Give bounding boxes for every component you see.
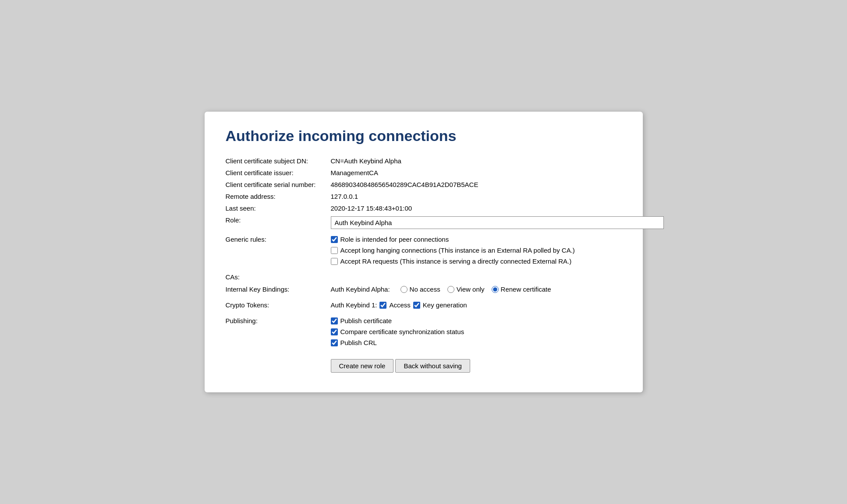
- cell-crypto-tokens: Auth Keybind 1: Access Key generation: [331, 295, 667, 311]
- cell-cas: [331, 267, 667, 283]
- value-last-seen: 2020-12-17 15:48:43+01:00: [331, 202, 667, 214]
- radio-item-view-only[interactable]: View only: [447, 285, 485, 293]
- radio-view-only[interactable]: [447, 286, 454, 293]
- value-remote-address: 127.0.0.1: [331, 190, 667, 202]
- checkbox-long-hanging[interactable]: [331, 247, 338, 254]
- crypto-token-item-label: Auth Keybind 1:: [331, 301, 377, 309]
- row-client-cert-subject-dn: Client certificate subject DN: CN=Auth K…: [226, 155, 667, 167]
- checkbox-ra-requests-label: Accept RA requests (This instance is ser…: [340, 257, 572, 265]
- back-without-saving-button[interactable]: Back without saving: [395, 359, 470, 373]
- row-generic-rules: Generic rules: Role is intended for peer…: [226, 231, 667, 267]
- row-remote-address: Remote address: 127.0.0.1: [226, 190, 667, 202]
- label-last-seen: Last seen:: [226, 202, 331, 214]
- internal-kb-item-label: Auth Keybind Alpha:: [331, 285, 390, 293]
- row-publishing: Publishing: Publish certificate Compare …: [226, 311, 667, 349]
- checkbox-pub-cert-label: Publish certificate: [340, 317, 392, 324]
- row-buttons: Create new role Back without saving: [226, 349, 667, 375]
- row-crypto-tokens: Crypto Tokens: Auth Keybind 1: Access Ke…: [226, 295, 667, 311]
- checkbox-access-label: Access: [389, 301, 410, 309]
- cell-role: [331, 214, 667, 231]
- main-card: Authorize incoming connections Client ce…: [205, 112, 643, 392]
- button-row: Create new role Back without saving: [331, 359, 664, 373]
- radio-renew-cert-label: Renew certificate: [501, 285, 551, 293]
- row-cas: CAs:: [226, 267, 667, 283]
- value-client-cert-issuer: ManagementCA: [331, 167, 667, 179]
- checkbox-pub-crl[interactable]: [331, 339, 338, 346]
- cell-buttons: Create new role Back without saving: [331, 349, 667, 375]
- label-publishing: Publishing:: [226, 311, 331, 349]
- row-last-seen: Last seen: 2020-12-17 15:48:43+01:00: [226, 202, 667, 214]
- label-cas: CAs:: [226, 267, 331, 283]
- label-remote-address: Remote address:: [226, 190, 331, 202]
- checkbox-item-pub-crl[interactable]: Publish CRL: [331, 339, 664, 346]
- label-role: Role:: [226, 214, 331, 231]
- row-client-cert-serial: Client certificate serial number: 486890…: [226, 179, 667, 190]
- page-title: Authorize incoming connections: [226, 127, 622, 145]
- radio-item-no-access[interactable]: No access: [400, 285, 440, 293]
- checkbox-key-gen[interactable]: [413, 302, 420, 309]
- form-table: Client certificate subject DN: CN=Auth K…: [226, 155, 667, 375]
- checkbox-item-key-gen[interactable]: Key generation: [413, 301, 467, 309]
- radio-no-access-label: No access: [410, 285, 440, 293]
- checkbox-item-long-hanging[interactable]: Accept long hanging connections (This in…: [331, 247, 664, 254]
- checkbox-long-hanging-label: Accept long hanging connections (This in…: [340, 247, 575, 254]
- label-client-cert-issuer: Client certificate issuer:: [226, 167, 331, 179]
- create-new-role-button[interactable]: Create new role: [331, 359, 394, 373]
- checkbox-ra-requests[interactable]: [331, 258, 338, 265]
- cell-publishing: Publish certificate Compare certificate …: [331, 311, 667, 349]
- row-internal-kb: Internal Key Bindings: Auth Keybind Alph…: [226, 283, 667, 295]
- value-client-cert-subject-dn: CN=Auth Keybind Alpha: [331, 155, 667, 167]
- label-crypto-tokens: Crypto Tokens:: [226, 295, 331, 311]
- role-input[interactable]: [331, 216, 664, 229]
- cell-buttons-spacer: [226, 349, 331, 375]
- label-internal-kb: Internal Key Bindings:: [226, 283, 331, 295]
- internal-kb-radio-group: Auth Keybind Alpha: No access View only …: [331, 285, 664, 293]
- label-client-cert-subject-dn: Client certificate subject DN:: [226, 155, 331, 167]
- label-client-cert-serial: Client certificate serial number:: [226, 179, 331, 190]
- value-client-cert-serial: 486890340848656540289CAC4B91A2D07B5ACE: [331, 179, 667, 190]
- row-role: Role:: [226, 214, 667, 231]
- radio-view-only-label: View only: [457, 285, 485, 293]
- checkbox-item-ra-requests[interactable]: Accept RA requests (This instance is ser…: [331, 257, 664, 265]
- checkbox-pub-crl-label: Publish CRL: [340, 339, 377, 346]
- radio-no-access[interactable]: [400, 286, 408, 293]
- radio-renew-cert[interactable]: [492, 286, 499, 293]
- crypto-token-row: Auth Keybind 1: Access Key generation: [331, 301, 664, 309]
- checkbox-item-compare-sync[interactable]: Compare certificate synchronization stat…: [331, 328, 664, 335]
- checkbox-peer-label: Role is intended for peer connections: [340, 236, 449, 243]
- checkbox-compare-sync-label: Compare certificate synchronization stat…: [340, 328, 464, 335]
- checkbox-key-gen-label: Key generation: [423, 301, 467, 309]
- publishing-group: Publish certificate Compare certificate …: [331, 317, 664, 346]
- generic-rules-group: Role is intended for peer connections Ac…: [331, 236, 664, 265]
- checkbox-compare-sync[interactable]: [331, 328, 338, 335]
- cell-generic-rules: Role is intended for peer connections Ac…: [331, 231, 667, 267]
- checkbox-access[interactable]: [379, 302, 386, 309]
- checkbox-item-peer[interactable]: Role is intended for peer connections: [331, 236, 664, 243]
- checkbox-pub-cert[interactable]: [331, 317, 338, 324]
- label-generic-rules: Generic rules:: [226, 231, 331, 267]
- row-client-cert-issuer: Client certificate issuer: ManagementCA: [226, 167, 667, 179]
- cell-internal-kb: Auth Keybind Alpha: No access View only …: [331, 283, 667, 295]
- checkbox-item-access[interactable]: Access: [379, 301, 410, 309]
- checkbox-peer[interactable]: [331, 236, 338, 243]
- checkbox-item-pub-cert[interactable]: Publish certificate: [331, 317, 664, 324]
- radio-item-renew-cert[interactable]: Renew certificate: [492, 285, 551, 293]
